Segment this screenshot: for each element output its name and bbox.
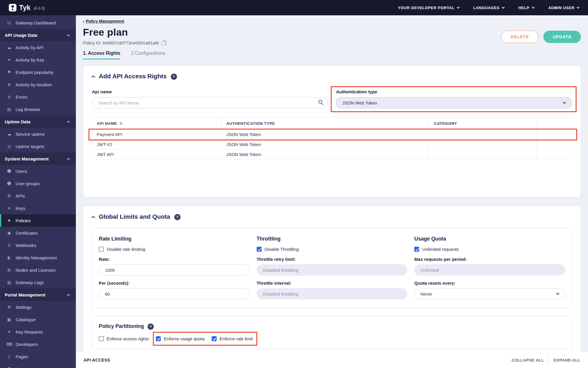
sidebar-item-log-browser[interactable]: ▤Log Browser bbox=[0, 103, 76, 115]
delete-button[interactable]: DELETE bbox=[501, 31, 539, 43]
chevron-up-icon bbox=[67, 121, 70, 124]
item-label: Activity by API bbox=[16, 45, 44, 50]
sidebar-item-errors[interactable]: ⊘Errors bbox=[0, 91, 76, 103]
menu-developer-portal[interactable]: YOUR DEVELOPER PORTAL bbox=[398, 6, 459, 10]
quota-resets-select[interactable]: Never bbox=[414, 288, 565, 299]
item-label: Activity by location bbox=[16, 82, 52, 87]
menu-languages[interactable]: LANGUAGES bbox=[473, 6, 504, 10]
sidebar-item-nodes-and-licenses[interactable]: ⊞Nodes and Licenses bbox=[0, 264, 76, 276]
api-search-input[interactable] bbox=[92, 97, 328, 108]
user-icon: ☻ bbox=[6, 169, 12, 173]
sidebar-item-certificates[interactable]: ◉Certificates bbox=[0, 227, 76, 239]
disable-rate-limiting-checkbox[interactable] bbox=[99, 247, 104, 252]
enforce-access-rights-checkbox[interactable] bbox=[99, 336, 104, 341]
breadcrumb[interactable]: ‹ Policy Management bbox=[83, 19, 581, 24]
monitor-icon: ⊡ bbox=[6, 20, 12, 25]
column-label: API NAME bbox=[97, 121, 117, 126]
menu-label: YOUR DEVELOPER PORTAL bbox=[398, 6, 455, 10]
sidebar-item-developers[interactable]: ⌨Developers bbox=[0, 338, 76, 350]
sidebar-item-settings[interactable]: ⚒Settings bbox=[0, 301, 76, 313]
copy-icon[interactable] bbox=[162, 41, 166, 45]
sidebar-item-activity-by-key[interactable]: ✦Activity by Key bbox=[0, 54, 76, 66]
item-label: Endpoint popularity bbox=[16, 70, 53, 75]
sidebar-item-uptime-targets[interactable]: ◎Uptime targets bbox=[0, 140, 76, 152]
sidebar-item-menus[interactable]: ☰Menus bbox=[0, 363, 76, 368]
table-row-jwt-v2[interactable]: JWT-V2 JSON Web Token bbox=[92, 140, 572, 150]
help-icon[interactable]: ? bbox=[148, 324, 154, 330]
disable-throttling-checkbox[interactable] bbox=[257, 247, 262, 252]
tyk-logo-icon bbox=[9, 4, 16, 11]
cell-api-name: Payment API bbox=[92, 130, 222, 139]
item-label: Log Browser bbox=[16, 107, 40, 112]
sidebar-item-pages[interactable]: ▯Pages bbox=[0, 350, 76, 363]
cell-empty bbox=[537, 140, 572, 149]
collapse-chevron-icon[interactable] bbox=[91, 216, 95, 220]
sidebar-item-webhooks[interactable]: ⚓Webhooks bbox=[0, 239, 76, 251]
cell-auth-type: JSON Web Token bbox=[222, 130, 430, 139]
collapse-chevron-icon[interactable] bbox=[91, 75, 95, 79]
policies-icon: ❖ bbox=[6, 218, 12, 223]
item-label: Pages bbox=[16, 354, 28, 359]
sidebar-section-uptime-data[interactable]: Uptime Data bbox=[0, 115, 76, 128]
table-row-payment-api[interactable]: Payment API JSON Web Token bbox=[92, 130, 572, 140]
top-bar: Tyk (4.3.3) YOUR DEVELOPER PORTAL LANGUA… bbox=[0, 0, 588, 15]
sidebar-item-apis[interactable]: ⚙APIs bbox=[0, 190, 76, 202]
checkbox-label: Enforce usage quota bbox=[164, 336, 204, 341]
throttle-retry-input: Disabled throttling bbox=[257, 264, 407, 276]
sidebar-item-user-groups[interactable]: ☻User groups bbox=[0, 177, 76, 190]
tab-access-rights[interactable]: 1. Access Rights bbox=[83, 51, 120, 59]
main-area: ‹ Policy Management Free plan Policy ID:… bbox=[76, 15, 588, 368]
help-icon[interactable]: ? bbox=[174, 214, 181, 220]
enforce-rate-limit-checkbox[interactable] bbox=[212, 336, 217, 341]
sidebar-item-gateway-dashboard[interactable]: ⊡Gateway Dashboard bbox=[0, 16, 76, 29]
sidebar-item-policies[interactable]: ❖Policies bbox=[0, 214, 76, 227]
rate-label: Rate: bbox=[99, 257, 250, 262]
update-button[interactable]: UPDATE bbox=[543, 31, 581, 43]
menu-label: ADMIN USER bbox=[548, 6, 574, 10]
sidebar-section-system-management[interactable]: System Management bbox=[0, 152, 76, 165]
quota-resets-label: Quota resets every: bbox=[414, 281, 565, 286]
help-icon[interactable]: ? bbox=[171, 74, 177, 80]
quota-resets-value: Never bbox=[420, 291, 432, 296]
sidebar-item-gateway-logs[interactable]: ▥Gateway Logs bbox=[0, 276, 76, 289]
access-rights-card: Add API Access Rights ? Api name Authent… bbox=[83, 65, 581, 198]
tyk-logo[interactable]: Tyk (4.3.3) bbox=[9, 4, 45, 12]
table-header-row: API NAME ⇅ AUTHENTICATION TYPE CATEGORY bbox=[92, 117, 572, 130]
tab-configurations[interactable]: 2.Configurations bbox=[131, 51, 165, 59]
rate-input[interactable] bbox=[99, 264, 250, 276]
page-title: Free plan bbox=[83, 26, 166, 38]
expand-all-button[interactable]: EXPAND ALL bbox=[554, 358, 580, 362]
collapse-all-button[interactable]: COLLAPSE ALL bbox=[512, 358, 544, 362]
rate-limiting-title: Rate Limiting bbox=[99, 236, 250, 242]
item-label: Developers bbox=[16, 342, 38, 347]
sidebar-item-activity-by-api[interactable]: ☁Activity by API bbox=[0, 41, 76, 54]
column-header-empty bbox=[537, 117, 572, 129]
per-seconds-input[interactable] bbox=[99, 288, 250, 299]
item-label: Identity Management bbox=[16, 255, 57, 260]
cloud-icon: ☁ bbox=[6, 45, 12, 50]
menus-icon: ☰ bbox=[6, 367, 12, 368]
sidebar-item-catalogue[interactable]: ▦Catalogue bbox=[0, 313, 76, 326]
sidebar-item-endpoint-popularity[interactable]: ⚑Endpoint popularity bbox=[0, 66, 76, 78]
checkbox-label: Enforce access rights bbox=[107, 336, 149, 341]
sidebar-item-key-requests[interactable]: ✦Key Requests bbox=[0, 326, 76, 338]
enforce-usage-quota-checkbox[interactable] bbox=[156, 336, 161, 341]
sidebar-item-users[interactable]: ☻Users bbox=[0, 165, 76, 177]
menu-admin-user[interactable]: ADMIN USER bbox=[548, 6, 579, 10]
nodes-icon: ⊞ bbox=[6, 268, 12, 272]
auth-type-select[interactable]: JSON Web Token bbox=[336, 97, 572, 108]
sidebar-section-api-usage-data[interactable]: API Usage Data bbox=[0, 29, 76, 41]
auth-type-value: JSON Web Token bbox=[342, 100, 377, 105]
column-header-api-name[interactable]: API NAME ⇅ bbox=[92, 117, 222, 129]
sidebar-item-keys[interactable]: ✦Keys bbox=[0, 202, 76, 214]
table-row-jwt-api[interactable]: JWT API JSON Web Token bbox=[92, 150, 572, 160]
sidebar-item-identity-management[interactable]: ◐Identity Management bbox=[0, 251, 76, 264]
chevron-down-icon bbox=[563, 100, 566, 104]
sidebar-item-service-uptime[interactable]: ☁Service uptime bbox=[0, 128, 76, 140]
sidebar-section-portal-management[interactable]: Portal Management bbox=[0, 289, 76, 301]
sidebar-item-activity-by-location[interactable]: ⊕Activity by location bbox=[0, 78, 76, 91]
menu-help[interactable]: HELP bbox=[518, 6, 534, 10]
top-navigation: YOUR DEVELOPER PORTAL LANGUAGES HELP ADM… bbox=[398, 6, 579, 10]
section-label: System Management bbox=[5, 156, 49, 161]
unlimited-requests-checkbox[interactable] bbox=[414, 247, 419, 252]
